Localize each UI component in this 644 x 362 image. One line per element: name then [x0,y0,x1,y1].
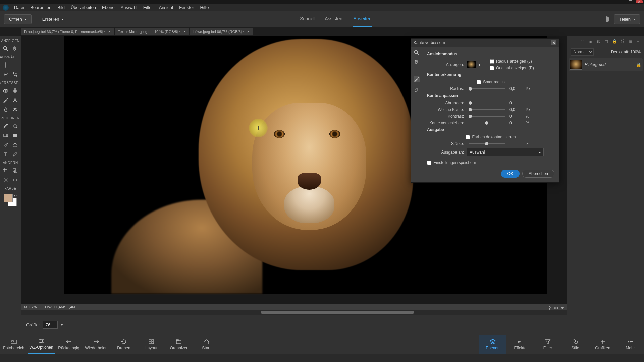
new-layer-icon[interactable]: ▢ [580,39,585,44]
brush-size-input[interactable] [43,321,58,329]
close-window-button[interactable]: ✕ [636,0,643,3]
graphics-tab[interactable]: Grafiken [589,335,616,354]
opacity-value[interactable]: 100% [630,50,641,54]
eyedropper-tool[interactable] [2,141,9,148]
photo-bin-button[interactable]: Fotobereich [0,335,28,354]
dialog-close-button[interactable]: ✕ [551,40,556,45]
menu-bearbeiten[interactable]: Bearbeiten [28,4,54,11]
recompose-tool[interactable] [11,167,19,174]
open-button[interactable]: Öffnen▾ [4,14,32,24]
dialog-hand-tool[interactable] [414,59,420,65]
home-button[interactable]: Start [193,335,220,354]
menu-ueberarbeiten[interactable]: Überarbeiten [68,4,99,11]
refine-radius-tool[interactable] [414,76,420,82]
close-tab-icon[interactable]: × [108,29,111,34]
remember-settings-checkbox[interactable] [427,161,431,165]
layer-name[interactable]: Hintergrund [585,62,633,67]
doc-tab-3[interactable]: Löwe.jpeg bei 66,7% (RGB/8) *× [190,28,253,35]
dialog-titlebar[interactable]: Kante verbessern ✕ [411,39,559,47]
layer-thumbnail[interactable] [570,60,582,70]
marquee-tool[interactable] [11,61,19,69]
paint-bucket-tool[interactable] [11,122,19,130]
feather-slider[interactable] [469,109,505,110]
dialog-zoom-tool[interactable] [414,50,420,56]
lock-layer-icon[interactable]: 🔒 [612,39,617,44]
zoom-tool[interactable] [2,45,9,52]
doc-tab-2[interactable]: Textur Mauer.jpeg bei 104% (RGB/8) *× [115,28,189,35]
hand-tool[interactable] [11,45,19,52]
zoom-level[interactable]: 66,67% [21,305,40,309]
shift-edge-value[interactable]: 0 [509,121,523,125]
output-to-select[interactable]: Auswahl▾ [467,148,544,156]
blur-tool[interactable] [2,106,9,113]
color-swatch[interactable]: ⇄ [4,194,17,206]
delete-layer-icon[interactable]: 🗑 [628,39,633,44]
spot-heal-tool[interactable] [11,87,19,95]
menu-datei[interactable]: Datei [11,4,27,11]
mode-guided[interactable]: Assistent [325,11,344,27]
close-tab-icon[interactable]: × [247,29,250,34]
swap-colors-icon[interactable]: ⇄ [14,194,17,197]
contrast-value[interactable]: 0 [509,114,523,119]
smooth-value[interactable]: 0 [509,101,523,105]
contrast-slider[interactable] [469,116,505,117]
organizer-button[interactable]: Organizer [165,335,193,354]
smart-radius-checkbox[interactable] [477,80,481,84]
show-radius-checkbox[interactable] [490,59,494,64]
effects-tab[interactable]: fxEffekte [506,335,534,354]
layer-item-background[interactable]: Hintergrund 🔒 [569,58,643,71]
collapse-icon[interactable]: ▾ [561,305,564,311]
adjustment-layer-icon[interactable]: ◐ [596,39,601,44]
lock-icon[interactable]: 🔒 [636,62,641,67]
blend-mode-select[interactable]: Normal [571,48,594,56]
maximize-button[interactable]: ☐ [627,0,633,3]
redo-button[interactable]: Wiederholen [83,335,110,354]
menu-hilfe[interactable]: Hilfe [197,4,211,11]
more-tab[interactable]: Mehr [616,335,644,354]
erase-refinements-tool[interactable] [414,86,420,92]
pencil-tool[interactable] [11,150,19,158]
cancel-button[interactable]: Abbrechen [522,170,554,178]
gradient-tool[interactable] [2,132,9,139]
decontaminate-checkbox[interactable] [466,135,470,139]
layers-tab[interactable]: Ebenen [479,335,506,354]
redeye-tool[interactable] [2,87,9,95]
amount-slider[interactable] [469,143,505,144]
help-icon[interactable]: ? [548,305,551,311]
layer-group-icon[interactable]: ▣ [588,39,593,44]
close-tab-icon[interactable]: × [183,29,186,34]
content-aware-tool[interactable] [2,176,9,184]
text-tool[interactable] [2,150,9,158]
panel-menu-icon[interactable]: ⋯ [636,39,641,44]
feather-value[interactable]: 0,0 [509,107,523,112]
caret-down-icon[interactable]: ▾ [61,323,63,327]
share-button[interactable]: Teilen▾ [614,14,640,24]
mode-quick[interactable]: Schnell [300,11,315,27]
layer-mask-icon[interactable]: ◻ [604,39,609,44]
shift-edge-slider[interactable] [469,123,505,123]
foreground-color[interactable] [4,194,13,202]
custom-shape-tool[interactable] [11,141,19,148]
styles-tab[interactable]: Stile [561,335,589,354]
create-button[interactable]: Erstellen▾ [38,15,68,24]
doc-tab-1[interactable]: Frau.jpeg bei 66,7% (Ebene 0, Ebenenmask… [21,28,114,35]
clone-stamp-tool[interactable] [11,97,19,104]
filters-tab[interactable]: Filter [534,335,561,354]
crop-tool[interactable] [2,167,9,174]
mode-expert[interactable]: Erweitert [353,11,372,27]
rotate-button[interactable]: Drehen [110,335,138,354]
menu-ebene[interactable]: Ebene [99,4,117,11]
color-theme-icon[interactable] [603,16,609,22]
smart-brush-tool[interactable] [2,97,9,104]
undo-button[interactable]: Rückgängig [55,335,83,354]
menu-bild[interactable]: Bild [55,4,67,11]
tool-options-button[interactable]: WZ-Optionen [28,335,55,354]
move-tool[interactable] [2,61,9,69]
menu-filter[interactable]: Filter [141,4,156,11]
shape-tool[interactable] [11,132,19,139]
ok-button[interactable]: OK [501,170,520,178]
radius-value[interactable]: 0,0 [509,86,523,91]
radius-slider[interactable] [469,88,505,89]
view-mode-thumbnail[interactable] [467,61,476,68]
sponge-tool[interactable] [11,106,19,113]
